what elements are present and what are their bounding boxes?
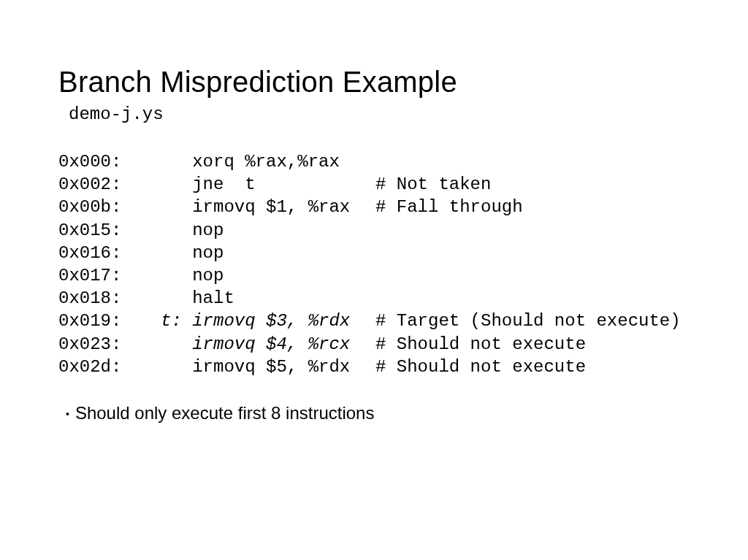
code-line: 0x017: nop xyxy=(58,264,690,287)
code-line: 0x015: nop xyxy=(58,219,690,242)
code-line: 0x023: irmovq $4, %rcx# Should not execu… xyxy=(58,333,690,356)
bullet-item: • Should only execute first 8 instructio… xyxy=(66,403,690,423)
slide-title: Branch Misprediction Example xyxy=(58,66,690,99)
code-line: 0x000: xorq %rax,%rax xyxy=(58,150,690,173)
code-line: 0x002: jne t# Not taken xyxy=(58,173,690,196)
code-line: 0x018: halt xyxy=(58,287,690,310)
filename-label: demo-j.ys xyxy=(69,104,690,124)
code-line: 0x016: nop xyxy=(58,242,690,264)
code-block: 0x000: xorq %rax,%rax 0x002: jne t# Not … xyxy=(58,150,690,378)
code-line: 0x019:t: irmovq $3, %rdx# Target (Should… xyxy=(58,310,690,332)
code-line: 0x00b: irmovq $1, %rax# Fall through xyxy=(58,196,690,218)
bullet-dot-icon: • xyxy=(66,409,69,419)
code-line: 0x02d: irmovq $5, %rdx# Should not execu… xyxy=(58,356,690,378)
bullet-text: Should only execute first 8 instructions xyxy=(75,403,375,423)
